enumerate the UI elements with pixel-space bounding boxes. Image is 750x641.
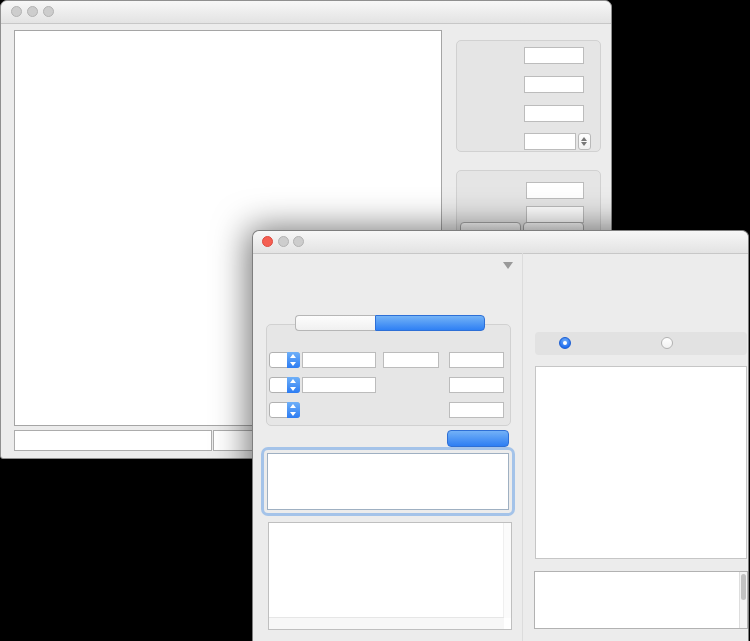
radio-ned-icon[interactable] <box>559 337 571 349</box>
chevron-up-icon <box>290 354 296 358</box>
magnitude-input-row1[interactable] <box>449 352 504 368</box>
minimize-button[interactable] <box>278 236 289 247</box>
radio-enu-icon[interactable] <box>661 337 673 349</box>
sigma-popup-row2[interactable] <box>269 377 300 393</box>
tab-tensor-format[interactable] <box>295 315 375 331</box>
sigma-popup-row3[interactable] <box>269 402 300 418</box>
mohrplotter-titlebar[interactable] <box>1 1 611 24</box>
popup-stepper-icon <box>287 377 300 393</box>
stepper-up-icon <box>581 137 587 141</box>
stereonet-canvas <box>535 366 747 559</box>
disclosure-triangle-icon[interactable] <box>503 262 513 269</box>
desktop: { "main_window": { "title": "MohrPlotter… <box>0 0 750 641</box>
planes-table-scrollbar[interactable] <box>739 572 747 628</box>
minimize-button[interactable] <box>27 6 38 17</box>
scrollbar-thumb[interactable] <box>741 574 746 600</box>
status-normal-shear <box>14 430 212 451</box>
sigma3-input[interactable] <box>524 105 584 122</box>
eigen-table[interactable] <box>267 453 509 510</box>
stereonet-plot <box>536 367 746 558</box>
chevron-down-icon <box>290 362 296 366</box>
close-button[interactable] <box>11 6 22 17</box>
calculate-button[interactable] <box>447 430 509 447</box>
pane-divider <box>522 253 523 641</box>
plunge-input-row1[interactable] <box>383 352 439 368</box>
format-tab-bar <box>295 315 485 331</box>
chevron-up-icon <box>290 404 296 408</box>
chevron-down-icon <box>290 412 296 416</box>
horizontal-scrollbar[interactable] <box>269 617 504 629</box>
trend-input-row2[interactable] <box>302 377 376 393</box>
sigma2-input[interactable] <box>524 76 584 93</box>
pfluid-stepper[interactable] <box>578 133 591 150</box>
magnitude-input-row2[interactable] <box>449 377 504 393</box>
sigma1-input[interactable] <box>524 47 584 64</box>
tensile-input[interactable] <box>526 206 584 223</box>
planes-table-rows <box>535 572 740 628</box>
magnitude-input-row3[interactable] <box>449 402 504 418</box>
sigma-popup-row1[interactable] <box>269 352 300 368</box>
vertical-scrollbar[interactable] <box>503 523 511 618</box>
pfluid-input[interactable] <box>524 133 576 150</box>
stepper-down-icon <box>581 142 587 146</box>
chevron-down-icon <box>290 387 296 391</box>
trend-input-row1[interactable] <box>302 352 376 368</box>
cohesion-input[interactable] <box>526 182 584 199</box>
close-button[interactable] <box>262 236 273 247</box>
planes-table[interactable] <box>534 571 748 629</box>
notes-box[interactable] <box>268 522 512 630</box>
popup-stepper-icon <box>287 352 300 368</box>
chevron-up-icon <box>290 379 296 383</box>
stress-tensor-window <box>252 230 749 641</box>
stress-tensor-titlebar[interactable] <box>253 231 748 254</box>
popup-stepper-icon <box>287 402 300 418</box>
zoom-button[interactable] <box>43 6 54 17</box>
tab-principal-stress-format[interactable] <box>375 315 485 331</box>
zoom-button[interactable] <box>293 236 304 247</box>
